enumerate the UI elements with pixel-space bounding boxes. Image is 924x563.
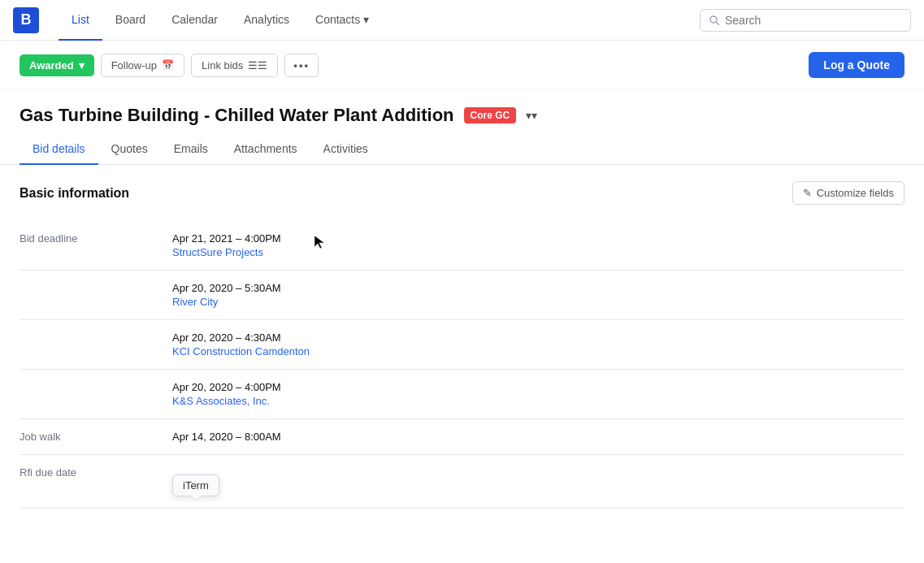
date-time-3: Apr 20, 2020 – 4:30AM [172,331,898,344]
section-title: Basic information [20,186,129,201]
table-row: Bid deadline Apr 21, 2021 – 4:00PM Struc… [20,221,904,271]
awarded-button[interactable]: Awarded [20,54,94,76]
nav-contacts[interactable]: Contacts [302,0,382,41]
search-input[interactable] [725,14,902,27]
job-walk-entry: Apr 14, 2020 – 8:00AM [166,419,904,455]
contacts-chevron-icon [363,13,369,26]
iterm-tooltip: iTerm [172,474,219,496]
bid-deadline-entry-4: Apr 20, 2020 – 4:00PM K&S Associates, In… [166,370,904,419]
project-badge-chevron-icon[interactable]: ▾ [526,109,537,122]
table-row: Rfi due date iTerm [20,455,904,509]
content: Basic information ✎ Customize fields Bid… [0,165,924,525]
link-bids-button[interactable]: Link bids ☰ [191,54,278,77]
tab-quotes[interactable]: Quotes [98,134,161,165]
search-icon [709,15,720,26]
core-gc-badge: Core GC [464,107,517,123]
company-4[interactable]: K&S Associates, Inc. [172,395,898,407]
table-row: Apr 20, 2020 – 5:30AM River City [20,271,904,320]
tab-activities[interactable]: Activities [310,134,381,165]
empty-label-1 [20,271,166,320]
date-time-1: Apr 21, 2021 – 4:00PM [172,232,898,245]
awarded-chevron-icon [79,59,85,71]
nav-analytics[interactable]: Analytics [231,0,302,41]
more-button[interactable]: ••• [284,54,319,77]
company-3[interactable]: KCI Construction Camdenton [172,345,898,357]
logo-area: B [13,7,39,33]
job-walk-date: Apr 14, 2020 – 8:00AM [172,431,898,443]
bid-deadline-entry-3: Apr 20, 2020 – 4:30AM KCI Construction C… [166,320,904,370]
customize-fields-button[interactable]: ✎ Customize fields [792,181,904,205]
toolbar-left: Awarded Follow-up 📅 Link bids ☰ ••• [20,54,319,77]
app-logo: B [13,7,39,33]
nav-links: List Board Calendar Analytics Contacts [59,0,700,41]
table-row: Apr 20, 2020 – 4:00PM K&S Associates, In… [20,370,904,419]
tab-attachments[interactable]: Attachments [221,134,310,165]
pencil-icon: ✎ [803,187,812,199]
nav-calendar[interactable]: Calendar [158,0,231,41]
table-row: Job walk Apr 14, 2020 – 8:00AM [20,419,904,455]
follow-up-button[interactable]: Follow-up 📅 [101,54,184,77]
bid-deadline-entry-2: Apr 20, 2020 – 5:30AM River City [166,271,904,320]
empty-label-2 [20,320,166,370]
tab-bid-details[interactable]: Bid details [20,134,98,165]
rfi-due-date-entry: iTerm [166,455,904,509]
more-icon: ••• [293,59,310,71]
nav-list[interactable]: List [59,0,102,41]
toolbar: Awarded Follow-up 📅 Link bids ☰ ••• Log … [0,41,924,90]
bid-deadline-entry-1: Apr 21, 2021 – 4:00PM StructSure Project… [166,221,904,271]
company-2[interactable]: River City [172,296,898,308]
page-wrapper: B List Board Calendar Analytics Contacts… [0,0,924,563]
calendar-icon: 📅 [162,59,174,71]
date-time-2: Apr 20, 2020 – 5:30AM [172,282,898,294]
empty-label-3 [20,370,166,419]
info-table: Bid deadline Apr 21, 2021 – 4:00PM Struc… [20,221,904,509]
tabs: Bid details Quotes Emails Attachments Ac… [0,134,924,165]
project-title: Gas Turbine Building - Chilled Water Pla… [20,105,454,126]
log-quote-button[interactable]: Log a Quote [809,52,904,78]
company-1[interactable]: StructSure Projects [172,246,898,258]
table-row: Apr 20, 2020 – 4:30AM KCI Construction C… [20,320,904,370]
nav-board[interactable]: Board [102,0,158,41]
rfi-due-date-label: Rfi due date [20,455,166,509]
tab-emails[interactable]: Emails [161,134,221,165]
date-time-4: Apr 20, 2020 – 4:00PM [172,381,898,393]
search-area[interactable] [700,9,911,32]
job-walk-label: Job walk [20,419,166,455]
bid-deadline-label: Bid deadline [20,221,166,271]
top-nav: B List Board Calendar Analytics Contacts [0,0,924,41]
svg-line-1 [716,22,719,25]
project-header: Gas Turbine Building - Chilled Water Pla… [0,90,924,134]
list-icon: ☰ [248,59,267,71]
section-header: Basic information ✎ Customize fields [20,181,904,205]
